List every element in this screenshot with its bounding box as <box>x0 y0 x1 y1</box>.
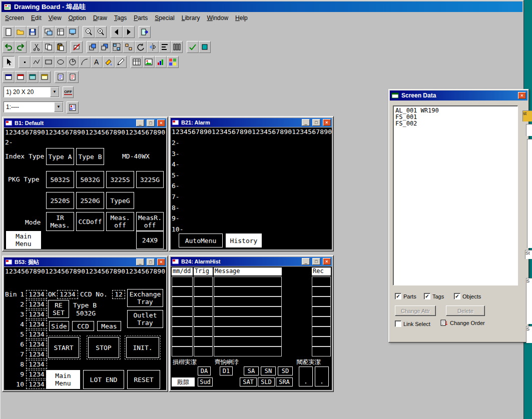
screen-data-titlebar[interactable]: Screen Data × <box>390 90 527 100</box>
group-objects-button[interactable] <box>111 41 123 53</box>
stop-button[interactable]: STOP <box>88 337 119 358</box>
confirm-state-button[interactable] <box>187 41 199 53</box>
menu-draw[interactable]: Draw <box>90 13 111 23</box>
signal-cell[interactable]: SA <box>244 366 259 376</box>
mark-b-button[interactable] <box>67 71 79 83</box>
outlet-tray-button[interactable]: Outlet Tray <box>127 310 163 328</box>
redo-button[interactable] <box>15 41 27 53</box>
select-tool-button[interactable] <box>3 56 15 68</box>
window-screens-button[interactable] <box>15 71 27 83</box>
ccd-button[interactable]: CCD <box>72 321 94 331</box>
menu-special[interactable]: Special <box>151 13 178 23</box>
app-titlebar[interactable]: Drawing Board - 埠晶哇 <box>2 2 522 12</box>
checkbox-parts[interactable]: ✓Parts <box>395 293 416 300</box>
lot-end-button[interactable]: LOT END <box>83 370 124 389</box>
mark-a-button[interactable] <box>55 71 67 83</box>
signal-cell[interactable]: SD <box>278 366 293 376</box>
pkg-2520s-button[interactable]: 2520S <box>46 192 74 209</box>
pkg-5032s-button[interactable]: 5032S <box>46 171 74 188</box>
screen-number-dropdown-icon[interactable]: ▼ <box>54 102 63 112</box>
change-attr-button[interactable]: Change Attr <box>395 306 436 316</box>
signal-cell[interactable]: SLD <box>258 378 275 386</box>
measr-off-button[interactable]: MeasR. off <box>136 212 164 231</box>
paint-tool-button[interactable] <box>103 56 115 68</box>
video-screens-button[interactable] <box>27 71 39 83</box>
signal-cell[interactable]: D1 <box>220 366 233 376</box>
copy-button[interactable] <box>43 41 55 53</box>
undo-button[interactable] <box>3 41 15 53</box>
size-24x9-button[interactable]: 24X9 <box>136 231 164 249</box>
b24-minimize-button[interactable]: _ <box>302 258 310 265</box>
rotate-object-button[interactable] <box>135 41 147 53</box>
main-menu-button[interactable]: Main Menu <box>6 231 41 249</box>
re-set-button[interactable]: RE SET <box>48 300 69 318</box>
b21-canvas[interactable]: 1234567890123456789012345678901234567890… <box>171 128 332 250</box>
align-objects-button[interactable] <box>159 41 171 53</box>
project-manager-button[interactable] <box>55 26 67 38</box>
b24-close-button[interactable]: × <box>323 258 331 265</box>
open-screen-button[interactable] <box>15 26 27 38</box>
grid-size-combo[interactable]: 1) 20 X 20 ▼ <box>4 86 60 98</box>
signal-cell[interactable]: DA <box>198 366 211 376</box>
text-tool-button[interactable]: A <box>91 56 103 68</box>
signal-cell[interactable]: SN <box>261 366 276 376</box>
device-monitor-button[interactable] <box>67 26 79 38</box>
side-button[interactable]: Side <box>49 321 69 331</box>
dot-tool-button[interactable] <box>19 56 31 68</box>
screen-data-list[interactable]: AL_001 WR190FS_001FS_002 <box>393 106 518 286</box>
grid-off-button[interactable]: OFF <box>63 86 74 98</box>
exchange-tray-button[interactable]: Exchange Tray <box>127 289 163 307</box>
save-screen-button[interactable] <box>27 26 39 38</box>
menu-window[interactable]: Window <box>203 13 232 23</box>
meas-off-button[interactable]: Meas. off <box>106 212 134 231</box>
checkbox-tags[interactable]: ✓Tags <box>424 293 444 300</box>
screen-data-item[interactable]: FS_002 <box>395 120 515 127</box>
ccdoff-button[interactable]: CCDoff <box>76 212 104 231</box>
library-part-button[interactable] <box>167 56 179 68</box>
screen-number-combo[interactable]: 1:---- ▼ <box>4 102 64 112</box>
menu-view[interactable]: View <box>45 13 65 23</box>
delete-button[interactable]: Delete <box>446 306 485 316</box>
arc-tool-button[interactable] <box>79 56 91 68</box>
signal-cell[interactable]: SRA <box>276 378 293 386</box>
init-button[interactable]: INIT. <box>126 337 159 358</box>
flip-horizontal-button[interactable] <box>147 41 159 53</box>
menu-option[interactable]: Option <box>65 13 90 23</box>
pkg-2520g-button[interactable]: 2520G <box>76 192 104 209</box>
base-screens-button[interactable] <box>3 71 15 83</box>
meas-button[interactable]: Meas <box>97 321 121 331</box>
b21-titlebar[interactable]: B21: Alarm _ □ × <box>171 118 332 127</box>
simulate-button[interactable] <box>43 26 55 38</box>
next-screen-button[interactable] <box>123 26 135 38</box>
send-to-back-button[interactable] <box>99 41 111 53</box>
memo-screens-button[interactable] <box>39 71 51 83</box>
cut-button[interactable] <box>31 41 43 53</box>
signal-cell[interactable]: SAT <box>240 378 257 386</box>
pkg-3225s-button[interactable]: 3225S <box>106 171 134 188</box>
menu-help[interactable]: Help <box>232 13 251 23</box>
screen-data-close-button[interactable]: × <box>518 92 526 99</box>
ir-meas-button[interactable]: IR Meas. <box>46 212 74 231</box>
history-button[interactable]: History <box>226 234 262 248</box>
b1-maximize-button[interactable]: □ <box>147 120 155 126</box>
grid-size-dropdown-icon[interactable]: ▼ <box>50 87 59 97</box>
link-select-checkbox[interactable]: Link Select <box>395 320 430 327</box>
b53-titlebar[interactable]: B53: 掘蛅 _ □ × <box>4 258 166 266</box>
footer-cjk-button[interactable]: 殿隙 <box>172 378 195 386</box>
rect-tool-button[interactable] <box>43 56 55 68</box>
ungroup-objects-button[interactable] <box>123 41 135 53</box>
pkg-3225g-button[interactable]: 3225G <box>136 171 164 188</box>
delete-object-button[interactable] <box>71 41 83 53</box>
menu-library[interactable]: Library <box>178 13 204 23</box>
pie-tool-button[interactable] <box>67 56 79 68</box>
menu-tags[interactable]: Tags <box>111 13 130 23</box>
menu-parts[interactable]: Parts <box>130 13 151 23</box>
b53-close-button[interactable]: × <box>157 258 165 266</box>
previous-screen-button[interactable] <box>111 26 123 38</box>
bring-to-front-button[interactable] <box>87 41 99 53</box>
b21-close-button[interactable]: × <box>323 119 331 126</box>
tag-list-button[interactable] <box>67 102 79 114</box>
menu-edit[interactable]: Edit <box>28 13 45 23</box>
b1-titlebar[interactable]: B1: Default _ □ × <box>4 118 166 128</box>
new-screen-button[interactable] <box>3 26 15 38</box>
